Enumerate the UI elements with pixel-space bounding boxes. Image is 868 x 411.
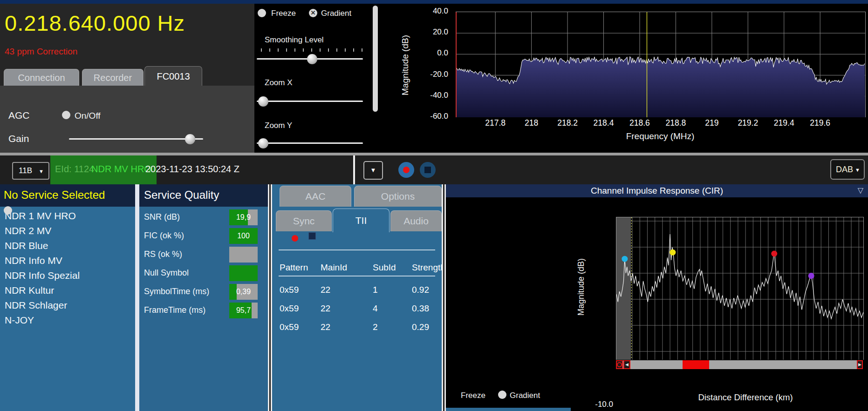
spectrum-xtick: 218.2 [554,118,581,128]
tab-recorder[interactable]: Recorder [82,69,144,86]
cir-bottom-strip [446,408,571,411]
quality-label: Null Symbol [144,268,189,278]
status-bar: 11B ▼ EId: 1124 NDR MV HRO 2023-11-23 13… [0,155,868,184]
tab-tii[interactable]: TII [333,209,390,232]
tii-cell-value: 22 [321,285,330,295]
spectrum-ytick: -20.0 [419,70,448,79]
ppm-correction-label: 43 ppm Correction [5,47,77,57]
quality-value: 19,9 [229,209,258,225]
mode-value: DAB [836,160,853,179]
tii-cell-value: 2 [373,322,378,332]
spectrum-ytick: 40.0 [419,7,448,16]
service-item[interactable]: NDR Info MV [5,255,62,266]
collapse-triangle-icon[interactable]: ▽ [858,186,863,195]
spectrum-zoomy-slider[interactable] [257,142,363,144]
service-quality-panel: Service Quality SNR (dB)19,9FIC (ok %)10… [139,184,268,411]
stop-indicator-icon[interactable] [308,232,316,240]
spectrum-xtick: 219.4 [770,118,798,128]
chevron-down-icon: ▼ [39,163,44,179]
spectrum-ytick: -40.0 [419,91,448,100]
tii-cell-value: 22 [321,303,330,314]
tii-cell-value: 1 [373,285,378,295]
gain-slider-track[interactable] [69,138,203,140]
spectrum-smoothing-handle[interactable] [307,54,317,64]
spectrum-zoomx-handle[interactable] [258,96,268,107]
vertical-separator [353,155,355,184]
spectrum-zoomy-handle[interactable] [258,138,268,148]
quality-value: 0,39 [229,284,258,300]
record-indicator-icon[interactable] [292,235,298,242]
tii-cell-value: 4 [373,303,378,314]
service-item[interactable]: NDR Kultur [5,285,54,296]
channel-select[interactable]: 11B ▼ [12,162,49,180]
app-window: 0.218.640.000 Hz 43 ppm Correction Conne… [0,0,868,411]
mode-select[interactable]: DAB ▼ [830,159,865,180]
agc-label: AGC [8,110,30,121]
scroll-left-button[interactable]: ◀ [623,360,630,369]
service-list-panel: No Service Selected NDR 1 MV HRONDR 2 MV… [0,184,135,411]
quality-bar [229,247,258,263]
tii-cell-value: 0x59 [280,285,299,295]
quality-row: RS (ok %) [139,246,268,263]
service-item[interactable]: NDR Blue [5,240,48,251]
tab-options[interactable]: Options [354,186,442,207]
dropdown-button[interactable]: ▼ [363,161,383,180]
panel-divider[interactable] [442,184,446,411]
tii-panel: AACOptionsSyncTIIAudio PatternMainIdSubI… [272,184,442,411]
service-quality-header: Service Quality [139,184,268,207]
quality-row: SymbolTime (ms)0,39 [139,283,268,301]
panel-divider[interactable] [135,184,139,411]
panel-divider[interactable] [268,184,272,411]
record-button[interactable] [398,162,414,178]
service-list-header: No Service Selected [0,184,135,207]
scroll-right-button[interactable]: ▶ [857,360,863,369]
quality-bar: 95,7 [229,303,258,318]
tab-sync[interactable]: Sync [276,210,332,231]
agc-onoff-radio[interactable] [62,111,70,119]
spectrum-zoomx-slider[interactable] [257,101,363,102]
ensemble-name: NDR MV HRO [91,164,151,175]
cir-title: Channel Impulse Response (CIR) [446,186,868,196]
quality-row: SNR (dB)19,9 [139,209,268,226]
tab-fc0013[interactable]: FC0013 [144,66,202,86]
service-quality-title: Service Quality [144,189,219,202]
gain-slider-handle[interactable] [185,134,195,144]
scroll-red-segment[interactable] [683,360,709,369]
cir-gradient-radio[interactable] [498,391,506,399]
spectrum-smoothing-ticks [261,48,362,52]
service-item[interactable]: NDR Schlager [5,300,67,311]
quality-value: 95,7 [229,303,258,318]
service-item[interactable]: N-JOY [5,315,34,326]
tab-audio[interactable]: Audio [390,210,442,231]
spectrum-xtick: 219.2 [734,118,762,128]
spectrum-xtick: 218.6 [626,118,654,128]
quality-label: FrameTime (ms) [144,305,205,315]
stop-button[interactable] [420,162,436,178]
quality-bar: 19,9 [229,209,258,225]
spectrum-freeze-radio[interactable] [258,9,266,17]
tab-aac[interactable]: AAC [280,186,351,207]
spectrum-ytick: -60.0 [419,112,448,121]
spectrum-xlabel: Frequency (MHz) [595,131,725,141]
selected-service-label: No Service Selected [4,189,105,202]
cir-freeze-radio[interactable] [4,206,12,215]
spectrum-xtick: 218.4 [590,118,618,128]
spectrum-vertical-scrollbar[interactable] [373,6,378,112]
tii-cell-value: 0.38 [412,303,429,314]
service-item[interactable]: NDR 2 MV [5,225,51,236]
spectrum-gradient-checkbox[interactable]: ✕ [309,9,317,17]
tii-cell-value: 0.92 [412,285,429,295]
quality-bar [229,265,258,281]
quality-row: FIC (ok %)100 [139,227,268,245]
cir-gradient-label: Gradient [510,391,540,400]
quality-value [229,265,258,281]
tii-column-header: MainId [321,263,347,273]
spectrum-xtick: 218 [518,118,546,128]
spectrum-xtick: 219.6 [806,118,834,128]
quality-bar: 0,39 [229,284,258,300]
scroll-home-button[interactable] [616,360,623,369]
cir-horizontal-scrollbar[interactable]: ◀▶ [616,360,863,369]
service-item[interactable]: NDR Info Spezial [5,270,80,281]
tab-connection[interactable]: Connection [4,69,79,86]
service-item[interactable]: NDR 1 MV HRO [5,210,76,222]
